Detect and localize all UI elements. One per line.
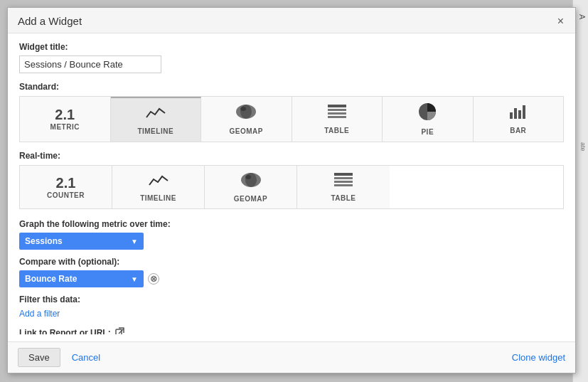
table-label: TABLE [324,127,349,134]
link-label: Link to Report or URL: [19,328,111,334]
metric-label: METRIC [50,123,80,131]
standard-type-bar[interactable]: BAR [474,97,564,142]
realtime-type-timeline[interactable]: TIMELINE [112,166,205,208]
geomap-label: GEOMAP [230,127,263,135]
svg-rect-9 [514,108,517,119]
svg-point-1 [240,105,252,119]
svg-point-2 [240,107,246,111]
svg-rect-5 [328,112,346,115]
realtime-label: Real-time: [19,151,564,161]
svg-rect-18 [334,184,353,186]
timeline-icon [145,105,166,124]
widget-title-input[interactable] [19,55,161,73]
footer-left: Save Cancel [18,348,106,367]
link-icon [115,327,125,335]
geomap-icon [235,103,257,124]
svg-rect-16 [334,177,353,179]
realtime-type-geomap[interactable]: GEOMAP [205,166,297,208]
graph-metric-title: Graph the following metric over time: [19,219,564,229]
widget-title-label: Widget title: [19,42,564,52]
standard-type-geomap[interactable]: GEOMAP [201,97,292,142]
svg-rect-10 [518,110,521,119]
svg-rect-3 [328,105,346,107]
compare-row: Bounce Rate ▼ ⊗ [19,270,564,287]
svg-rect-11 [523,105,525,119]
timeline-label: TIMELINE [137,127,173,135]
svg-rect-15 [334,173,353,176]
realtime-timeline-icon [148,172,169,191]
svg-rect-17 [334,181,353,183]
standard-label: Standard: [19,82,564,92]
realtime-type-table[interactable]: TABLE [297,166,390,208]
bar-icon [508,104,528,124]
add-widget-dialog: Add a Widget × Widget title: Standard: 2… [7,7,576,373]
graph-metric-select[interactable]: Sessions ▼ [19,233,144,250]
svg-rect-4 [328,109,346,111]
realtime-table-label: TABLE [331,194,356,202]
table-icon [327,104,347,124]
clone-widget-button[interactable]: Clone widget [512,352,565,363]
link-input[interactable] [129,326,257,334]
standard-type-metric[interactable]: 2.1 METRIC [20,97,111,142]
realtime-geomap-icon [240,171,262,192]
counter-label: COUNTER [47,191,85,199]
svg-rect-6 [328,116,346,118]
dialog-overlay: A ate Add a Widget × Widget title: Stand… [0,0,588,382]
dialog-footer: Save Cancel Clone widget [8,341,575,373]
pie-icon [418,102,437,125]
realtime-type-row: 2.1 COUNTER TIMELINE [19,165,564,209]
graph-metric-section: Graph the following metric over time: Se… [19,219,564,250]
filter-section: Filter this data: Add a filter [19,295,564,319]
graph-metric-arrow: ▼ [131,238,138,245]
compare-select[interactable]: Bounce Rate ▼ [19,270,144,287]
add-filter-link[interactable]: Add a filter [19,309,60,319]
sidebar-label-a: A [578,14,587,19]
close-button[interactable]: × [556,16,565,27]
realtime-table-icon [333,172,353,191]
sidebar-label-ate: ate [579,142,587,152]
pie-label: PIE [421,128,434,136]
filter-title: Filter this data: [19,295,564,304]
compare-value: Bounce Rate [25,274,77,284]
dialog-header: Add a Widget × [8,8,575,33]
standard-type-table[interactable]: TABLE [292,97,383,142]
realtime-geomap-label: GEOMAP [234,195,267,203]
standard-type-timeline[interactable]: TIMELINE [111,97,202,142]
graph-metric-value: Sessions [25,236,63,246]
compare-arrow: ▼ [131,275,138,283]
remove-compare-button[interactable]: ⊗ [148,273,159,285]
svg-rect-8 [510,112,513,119]
svg-point-13 [245,173,257,187]
compare-section: Compare with (optional): Bounce Rate ▼ ⊗ [19,257,564,287]
svg-point-14 [245,175,251,179]
metric-icon: 2.1 [55,107,75,122]
cancel-button[interactable]: Cancel [66,348,106,367]
dialog-title: Add a Widget [18,15,82,27]
counter-icon: 2.1 [56,176,76,190]
bar-label: BAR [510,127,526,134]
save-button[interactable]: Save [18,348,60,367]
realtime-timeline-label: TIMELINE [140,194,176,202]
realtime-type-counter[interactable]: 2.1 COUNTER [20,166,112,208]
standard-type-row: 2.1 METRIC TIMELINE [19,96,564,142]
standard-type-pie[interactable]: PIE [383,97,474,142]
compare-title: Compare with (optional): [19,257,564,267]
link-section: Link to Report or URL: [19,326,564,334]
dialog-body: Widget title: Standard: 2.1 METRIC [8,33,575,334]
